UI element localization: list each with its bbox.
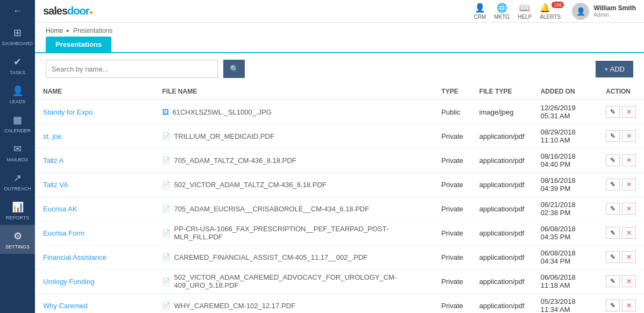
file-cell: 📄 TRILLIUM_OR_MEDICAID.PDF xyxy=(162,132,425,140)
sidebar-item-settings[interactable]: ⚙ SETTINGS xyxy=(0,225,35,254)
cell-filetype: application/pdf xyxy=(471,294,533,314)
cell-action: ✎ ✕ xyxy=(598,269,644,294)
cell-addedon: 06/08/2018 04:35 PM xyxy=(533,221,598,245)
sidebar-item-tasks[interactable]: ✔ TASKS xyxy=(0,51,35,80)
toolbar: 🔍 + ADD xyxy=(35,60,644,83)
cell-filename: 📄 TRILLIUM_OR_MEDICAID.PDF xyxy=(154,124,433,148)
sidebar-item-leads[interactable]: 👤 LEADS xyxy=(0,80,35,109)
name-link[interactable]: Financial Assistance xyxy=(43,253,107,261)
search-icon: 🔍 xyxy=(230,65,239,73)
pdf-file-icon: 📄 xyxy=(162,278,171,286)
file-cell: 📄 CAREMED_FINANCIAL_ASSIST_CM-405_11.17_… xyxy=(162,253,425,261)
cell-addedon: 08/16/2018 04:39 PM xyxy=(533,173,598,197)
search-button[interactable]: 🔍 xyxy=(223,60,245,78)
help-button[interactable]: 📖 HELP xyxy=(518,3,532,20)
tab-bar: Presentations xyxy=(35,37,644,53)
table-row: Taltz A 📄 705_ADAM_TALTZ_CM-436_8.18.PDF… xyxy=(35,148,644,173)
name-link[interactable]: st. joe xyxy=(43,132,62,140)
sidebar-item-reports[interactable]: 📊 REPORTS xyxy=(0,196,35,225)
delete-button[interactable]: ✕ xyxy=(622,203,636,215)
sidebar-label-calender: CALENDER xyxy=(4,128,31,133)
edit-button[interactable]: ✎ xyxy=(606,106,620,118)
edit-button[interactable]: ✎ xyxy=(606,251,620,263)
cell-filename: 📄 502_VICTOR_ADAM_CAREMED_ADVOCACY_FOR_U… xyxy=(154,269,433,294)
breadcrumb-home[interactable]: Home xyxy=(46,27,63,34)
filename-text: 705_ADAM_TALTZ_CM-436_8.18.PDF xyxy=(174,156,296,165)
delete-button[interactable]: ✕ xyxy=(622,106,636,118)
back-button[interactable]: ← xyxy=(0,0,35,22)
delete-button[interactable]: ✕ xyxy=(622,227,636,239)
mktg-button[interactable]: 🌐 MKTG xyxy=(494,3,509,20)
crm-button[interactable]: 👤 CRM xyxy=(474,3,486,20)
delete-button[interactable]: ✕ xyxy=(622,251,636,263)
name-link[interactable]: Eucrisa Form xyxy=(43,229,84,237)
cell-action: ✎ ✕ xyxy=(598,197,644,221)
action-cell: ✎ ✕ xyxy=(606,203,636,215)
search-input[interactable] xyxy=(46,60,218,78)
file-cell: 📄 PP-CRI-USA-1066_FAX_PRESCRIPTION__PEF_… xyxy=(162,225,425,241)
edit-button[interactable]: ✎ xyxy=(606,203,620,215)
settings-icon: ⚙ xyxy=(13,230,22,242)
table-row: Standy for Expo 🖼 61CHXLSZ5WL._SL1000_.J… xyxy=(35,100,644,124)
pdf-file-icon: 📄 xyxy=(162,229,171,237)
delete-button[interactable]: ✕ xyxy=(622,275,636,287)
edit-button[interactable]: ✎ xyxy=(606,179,620,190)
cell-addedon: 06/06/2018 11:18 AM xyxy=(533,269,598,294)
main-content: salesdoor● 👤 CRM 🌐 MKTG 📖 HELP 🔔 186 ALE… xyxy=(35,0,644,313)
table-row: Urology Funding 📄 502_VICTOR_ADAM_CAREME… xyxy=(35,269,644,294)
action-cell: ✎ ✕ xyxy=(606,227,636,239)
edit-button[interactable]: ✎ xyxy=(606,300,620,311)
filename-text: 705_ADAM_EUCRISA__CRISABOROLE__CM-434_6.… xyxy=(174,205,369,213)
cell-filename: 🖼 61CHXLSZ5WL._SL1000_.JPG xyxy=(154,100,433,124)
leads-icon: 👤 xyxy=(12,85,24,97)
table-row: Financial Assistance 📄 CAREMED_FINANCIAL… xyxy=(35,245,644,269)
reports-icon: 📊 xyxy=(12,201,24,213)
file-cell: 📄 705_ADAM_EUCRISA__CRISABOROLE__CM-434_… xyxy=(162,205,425,213)
cell-addedon: 06/08/2018 04:34 PM xyxy=(533,245,598,269)
cell-type: Private xyxy=(433,245,471,269)
sidebar-item-dashboard[interactable]: ⊞ DASHBOARD xyxy=(0,22,35,51)
pdf-file-icon: 📄 xyxy=(162,132,171,140)
topnav-right: 👤 CRM 🌐 MKTG 📖 HELP 🔔 186 ALERTS 👤 xyxy=(474,3,636,20)
edit-button[interactable]: ✎ xyxy=(606,227,620,239)
name-link[interactable]: Standy for Expo xyxy=(43,108,93,116)
sidebar-item-outreach[interactable]: ↗ OUTREACH xyxy=(0,167,35,196)
tab-presentations[interactable]: Presentations xyxy=(46,37,111,52)
user-role: Admin xyxy=(593,12,636,18)
sidebar-item-calender[interactable]: ▦ CALENDER xyxy=(0,109,35,138)
edit-button[interactable]: ✎ xyxy=(606,275,620,287)
mktg-icon: 🌐 xyxy=(497,3,507,13)
sidebar-item-mailbox[interactable]: ✉ MAILBOX xyxy=(0,138,35,167)
name-link[interactable]: Urology Funding xyxy=(43,278,94,286)
cell-type: Private xyxy=(433,221,471,245)
cell-action: ✎ ✕ xyxy=(598,124,644,148)
logo: salesdoor● xyxy=(43,5,93,17)
delete-button[interactable]: ✕ xyxy=(622,130,636,142)
cell-name: Eucrisa Form xyxy=(35,221,154,245)
cell-filename: 📄 705_ADAM_EUCRISA__CRISABOROLE__CM-434_… xyxy=(154,197,433,221)
cell-name: Why Caremed xyxy=(35,294,154,314)
delete-button[interactable]: ✕ xyxy=(622,300,636,311)
user-menu[interactable]: 👤 William Smith Admin xyxy=(572,3,636,20)
name-link[interactable]: Eucrisa AK xyxy=(43,205,77,213)
add-button[interactable]: + ADD xyxy=(596,61,633,77)
table-row: Why Caremed 📄 WHY_CAREMED_CM-102_12.17.P… xyxy=(35,294,644,314)
cell-action: ✎ ✕ xyxy=(598,173,644,197)
avatar: 👤 xyxy=(572,3,589,20)
edit-button[interactable]: ✎ xyxy=(606,130,620,142)
cell-name: Standy for Expo xyxy=(35,100,154,124)
alerts-button[interactable]: 🔔 186 ALERTS xyxy=(540,3,564,20)
name-link[interactable]: Taltz A xyxy=(43,156,63,165)
delete-button[interactable]: ✕ xyxy=(622,179,636,190)
name-link[interactable]: Taltz VA xyxy=(43,181,68,189)
col-header-action: ACTION xyxy=(598,83,644,100)
edit-button[interactable]: ✎ xyxy=(606,154,620,166)
action-cell: ✎ ✕ xyxy=(606,251,636,263)
delete-button[interactable]: ✕ xyxy=(622,154,636,166)
breadcrumb: Home ► Presentations xyxy=(35,23,644,37)
name-link[interactable]: Why Caremed xyxy=(43,302,88,310)
cell-filetype: application/pdf xyxy=(471,197,533,221)
filename-text: TRILLIUM_OR_MEDICAID.PDF xyxy=(174,132,274,140)
sidebar-label-settings: SETTINGS xyxy=(5,244,30,250)
file-cell: 📄 705_ADAM_TALTZ_CM-436_8.18.PDF xyxy=(162,156,425,165)
